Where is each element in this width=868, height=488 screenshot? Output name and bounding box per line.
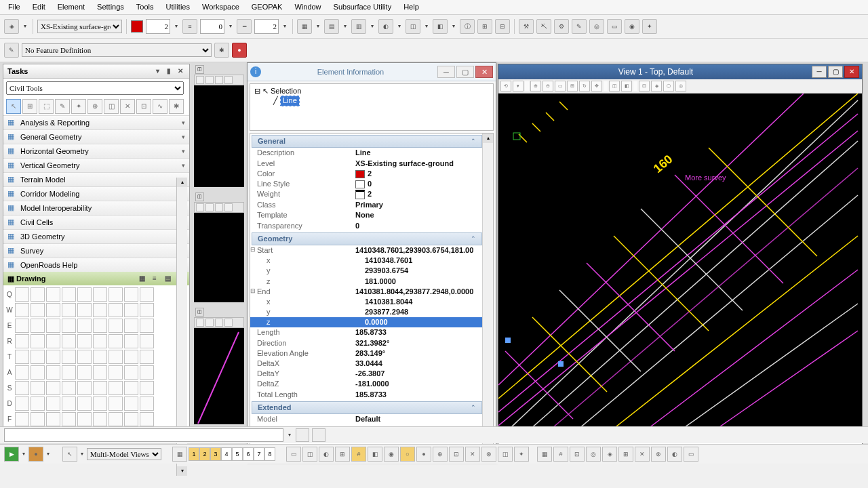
tb-ic[interactable] — [215, 319, 223, 327]
bb-drop[interactable]: ▾ — [20, 447, 27, 461]
draw-tool-icon[interactable] — [124, 381, 138, 395]
draw-tool-icon[interactable] — [108, 350, 123, 364]
tb-ic[interactable] — [224, 319, 233, 327]
tree-selection[interactable]: Selection — [271, 87, 301, 96]
draw-tool-icon[interactable] — [46, 350, 60, 364]
view-canvas-2[interactable] — [194, 213, 244, 302]
chevron-down-icon[interactable]: ▾ — [182, 134, 185, 141]
tool-icon[interactable]: ∿ — [153, 99, 167, 114]
menu-window[interactable]: Window — [289, 1, 326, 13]
prop-level-value[interactable]: XS-Existing surface-ground — [355, 159, 482, 168]
draw-tool-icon[interactable] — [77, 319, 92, 333]
menu-help[interactable]: Help — [398, 1, 425, 13]
civil-icon-4[interactable]: ✎ — [572, 19, 587, 34]
task-group-general-geometry[interactable]: ▦General Geometry▾ — [3, 129, 189, 144]
tool-drop-3[interactable]: ▾ — [369, 20, 376, 33]
civil-icon-1[interactable]: ⚒ — [519, 19, 534, 34]
draw-tool-icon[interactable] — [77, 334, 92, 348]
snap-tool-icon[interactable]: ✦ — [514, 447, 529, 462]
civil-icon-2[interactable]: ⛏ — [536, 19, 551, 34]
view-toggle-4[interactable]: 4 — [221, 447, 232, 461]
draw-tool-icon[interactable] — [140, 365, 154, 380]
tool-drop-5[interactable]: ▾ — [423, 20, 430, 33]
snap-tool-icon[interactable]: ◐ — [319, 447, 334, 462]
prop-class-value[interactable]: Primary — [355, 201, 482, 209]
tool-drop-2[interactable]: ▾ — [342, 20, 349, 33]
draw-tool-icon[interactable] — [77, 365, 92, 380]
keyin-tool-icon[interactable] — [296, 428, 309, 442]
draw-tool-icon[interactable] — [140, 381, 154, 395]
prop-description-value[interactable]: Line — [355, 148, 482, 157]
tool-icon-8[interactable]: ⊟ — [495, 19, 510, 34]
models-icon[interactable]: ◈ — [4, 19, 19, 34]
snap-tool-icon[interactable]: # — [351, 447, 366, 462]
prop-transparency-value[interactable]: 0 — [355, 222, 482, 230]
snap-tool-icon[interactable]: ▭ — [684, 447, 698, 462]
view-badge-icon[interactable]: ◫ — [195, 192, 204, 201]
view-toggle-8[interactable]: 8 — [264, 447, 275, 461]
draw-tool-icon[interactable] — [15, 412, 29, 426]
element-info-header[interactable]: i Element Information ─ ▢ ✕ — [248, 63, 496, 81]
bb-icon[interactable]: ↖ — [62, 447, 77, 462]
draw-tool-icon[interactable] — [15, 396, 29, 411]
draw-tool-icon[interactable] — [15, 287, 29, 302]
tool-icon[interactable]: ✦ — [71, 99, 86, 114]
draw-tool-icon[interactable] — [124, 334, 138, 348]
snap-tool-icon[interactable]: ⊡ — [570, 447, 585, 462]
draw-tool-icon[interactable] — [46, 365, 60, 380]
tb-ic[interactable] — [205, 203, 214, 211]
main-view-canvas[interactable]: 160 More survey — [498, 94, 862, 443]
color-swatch[interactable] — [131, 20, 143, 33]
keyin-tool-icon[interactable] — [312, 428, 326, 442]
draw-tool-icon[interactable] — [15, 334, 29, 348]
view-toggle-7[interactable]: 7 — [254, 447, 264, 461]
draw-tool-icon[interactable] — [93, 365, 107, 380]
draw-tool-icon[interactable] — [124, 365, 138, 380]
draw-tool-icon[interactable] — [140, 334, 154, 348]
prop-elevangle-value[interactable]: 283.149° — [355, 349, 482, 358]
tool-icon-4[interactable]: ◐ — [378, 19, 393, 34]
snap-tool-icon[interactable]: ⊞ — [618, 447, 633, 462]
menu-subsurface[interactable]: Subsurface Utility — [328, 1, 397, 13]
draw-tool-icon[interactable] — [108, 287, 123, 302]
tool-icon-5[interactable]: ◫ — [406, 19, 420, 34]
task-group-terrain-model[interactable]: ▦Terrain Model▾ — [3, 172, 189, 186]
draw-tool-icon[interactable] — [93, 396, 107, 411]
tasks-min-icon[interactable]: ▾ — [153, 66, 162, 76]
tool-icon-3[interactable]: ▥ — [351, 19, 366, 34]
civil-icon-3[interactable]: ⚙ — [554, 19, 569, 34]
draw-tool-icon[interactable] — [140, 303, 154, 317]
draw-tool-icon[interactable] — [15, 350, 29, 364]
close-button[interactable]: ✕ — [844, 66, 859, 78]
tree-line-item[interactable]: Line — [280, 96, 300, 106]
prop-length-value[interactable]: 185.8733 — [355, 328, 482, 337]
tool-icon[interactable]: ⊡ — [136, 99, 151, 114]
view-tool-icon[interactable]: ⊡ — [639, 81, 650, 92]
view-tool-icon[interactable]: ⊕ — [530, 81, 541, 92]
tool-icon[interactable]: ✎ — [55, 99, 70, 114]
snap-tool-icon[interactable]: ⊗ — [651, 447, 666, 462]
draw-tool-icon[interactable] — [46, 334, 60, 348]
snap-tool-icon[interactable]: ⊗ — [481, 447, 496, 462]
prop-template-value[interactable]: None — [355, 211, 482, 220]
view-canvas-1[interactable] — [194, 85, 244, 187]
tool-icon-2[interactable]: ▤ — [324, 19, 339, 34]
view-toggle-1[interactable]: 1 — [189, 447, 199, 461]
prop-model-value[interactable]: Default — [355, 415, 482, 424]
view-canvas-3[interactable] — [194, 328, 244, 424]
draw-tool-icon[interactable] — [140, 319, 154, 333]
draw-tool-icon[interactable] — [124, 396, 138, 411]
draw-tool-icon[interactable] — [46, 396, 60, 411]
bb-icon[interactable]: ▦ — [172, 447, 187, 462]
menu-edit[interactable]: Edit — [27, 1, 51, 13]
task-group-horizontal-geometry[interactable]: ▦Horizontal Geometry▾ — [3, 144, 189, 158]
tb-ic[interactable] — [215, 76, 223, 84]
tool-drop-6[interactable]: ▾ — [450, 20, 457, 33]
chevron-down-icon[interactable]: ▾ — [182, 119, 185, 127]
prop-deltax-value[interactable]: 33.0444 — [355, 359, 482, 368]
draw-tool-icon[interactable] — [108, 412, 123, 426]
close-button[interactable]: ✕ — [475, 66, 493, 78]
task-group--d-geometry[interactable]: ▦3D Geometry▾ — [3, 229, 189, 243]
draw-tool-icon[interactable] — [108, 381, 123, 395]
draw-tool-icon[interactable] — [31, 381, 45, 395]
